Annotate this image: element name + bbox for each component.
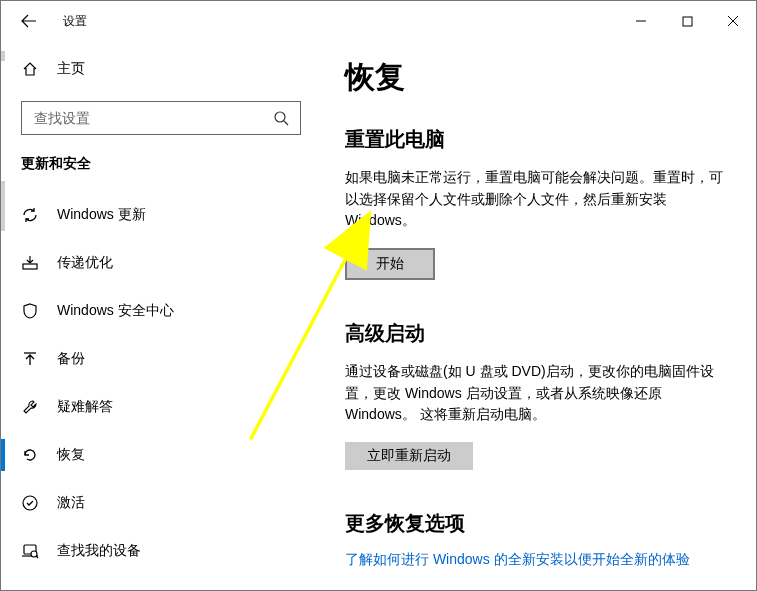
recovery-icon [21, 446, 39, 464]
troubleshoot-icon [21, 398, 39, 416]
sidebar-item-label: Windows 更新 [57, 206, 146, 224]
minimize-button[interactable] [618, 1, 664, 41]
minimize-icon [635, 15, 647, 27]
shield-icon [21, 302, 39, 320]
sidebar-item-recovery[interactable]: 恢复 [1, 431, 321, 479]
reset-body: 如果电脑未正常运行，重置电脑可能会解决问题。重置时，可以选择保留个人文件或删除个… [345, 167, 726, 232]
more-heading: 更多恢复选项 [345, 510, 726, 537]
sidebar-item-label: 疑难解答 [57, 398, 113, 416]
svg-rect-2 [23, 264, 37, 269]
svg-point-1 [275, 112, 285, 122]
window-title: 设置 [63, 13, 87, 30]
sidebar-item-windows-security[interactable]: Windows 安全中心 [1, 287, 321, 335]
sync-icon [21, 206, 39, 224]
home-label: 主页 [57, 60, 85, 78]
backup-icon [21, 350, 39, 368]
svg-rect-0 [683, 17, 692, 26]
sidebar-item-troubleshoot[interactable]: 疑难解答 [1, 383, 321, 431]
edge-artifact [1, 51, 5, 61]
maximize-icon [682, 16, 693, 27]
sidebar-item-label: 查找我的设备 [57, 542, 141, 560]
advanced-body: 通过设备或磁盘(如 U 盘或 DVD)启动，更改你的电脑固件设置，更改 Wind… [345, 361, 726, 426]
search-input[interactable] [32, 109, 272, 127]
back-button[interactable] [9, 1, 49, 41]
sidebar-item-label: 备份 [57, 350, 85, 368]
activation-icon [21, 494, 39, 512]
category-header: 更新和安全 [1, 149, 321, 191]
sidebar-item-activation[interactable]: 激活 [1, 479, 321, 527]
titlebar: 设置 [1, 1, 756, 41]
search-icon [272, 110, 290, 126]
reset-heading: 重置此电脑 [345, 126, 726, 153]
sidebar-item-label: 传递优化 [57, 254, 113, 272]
sidebar-item-windows-update[interactable]: Windows 更新 [1, 191, 321, 239]
sidebar-item-label: Windows 安全中心 [57, 302, 174, 320]
reset-start-button[interactable]: 开始 [345, 248, 435, 280]
back-arrow-icon [21, 13, 37, 29]
maximize-button[interactable] [664, 1, 710, 41]
close-button[interactable] [710, 1, 756, 41]
sidebar: 主页 更新和安全 Windows 更新 传递优化 Windows 安 [1, 41, 321, 590]
restart-now-button[interactable]: 立即重新启动 [345, 442, 473, 470]
page-title: 恢复 [345, 57, 726, 98]
delivery-icon [21, 254, 39, 272]
svg-point-3 [23, 496, 37, 510]
find-device-icon [21, 542, 39, 560]
sidebar-item-label: 恢复 [57, 446, 85, 464]
fresh-install-link[interactable]: 了解如何进行 Windows 的全新安装以便开始全新的体验 [345, 551, 690, 567]
sidebar-item-label: 激活 [57, 494, 85, 512]
sidebar-item-find-my-device[interactable]: 查找我的设备 [1, 527, 321, 575]
home-nav[interactable]: 主页 [1, 51, 321, 87]
edge-artifact [1, 181, 5, 231]
home-icon [21, 61, 39, 77]
close-icon [727, 15, 739, 27]
advanced-heading: 高级启动 [345, 320, 726, 347]
sidebar-item-delivery-optimization[interactable]: 传递优化 [1, 239, 321, 287]
sidebar-item-backup[interactable]: 备份 [1, 335, 321, 383]
search-box[interactable] [21, 101, 301, 135]
main-panel: 恢复 重置此电脑 如果电脑未正常运行，重置电脑可能会解决问题。重置时，可以选择保… [321, 41, 756, 590]
